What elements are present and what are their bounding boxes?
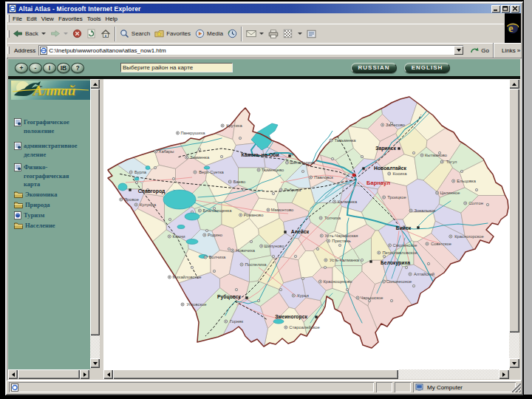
sidebar-link[interactable]: Население	[14, 222, 55, 231]
status-page-icon	[11, 383, 18, 392]
forward-dropdown-icon[interactable]	[64, 33, 68, 35]
go-button[interactable]: Go	[468, 46, 491, 55]
ie-document-icon	[9, 4, 16, 13]
back-dropdown-icon[interactable]	[41, 33, 46, 35]
discuss-button[interactable]	[304, 26, 318, 42]
sidebar-hscrollbar-thumb[interactable]	[18, 369, 80, 379]
folder-icon	[14, 222, 23, 229]
edit-button[interactable]	[281, 26, 295, 42]
map-scroll-down-button[interactable]	[509, 358, 519, 368]
russian-button[interactable]: RUSSIAN	[351, 63, 397, 73]
map-scrollbar-thumb[interactable]	[509, 89, 519, 332]
svg-text:Курья: Курья	[297, 293, 309, 298]
svg-text:Красногорское: Красногорское	[454, 234, 484, 239]
map-scroll-up-button[interactable]	[509, 79, 519, 89]
page-icon	[14, 142, 21, 150]
sidebar-scroll-left-button[interactable]	[8, 369, 18, 379]
addressbar-grip[interactable]	[7, 47, 10, 54]
svg-text:Волчиха: Волчиха	[209, 255, 226, 259]
info-button[interactable]: I	[43, 63, 56, 73]
svg-text:Ребриха: Ребриха	[284, 188, 301, 192]
maximize-button[interactable]	[501, 5, 510, 13]
history-button[interactable]	[225, 26, 239, 42]
sidebar-scrollbar-track[interactable]	[90, 335, 100, 358]
district-select-input[interactable]	[120, 63, 233, 72]
english-button[interactable]: ENGLISH	[404, 63, 450, 73]
ib-button[interactable]: IB	[57, 63, 70, 73]
zoom-in-button[interactable]: +	[15, 63, 28, 73]
mail-dropdown-icon[interactable]	[259, 33, 264, 35]
svg-text:Горняк: Горняк	[230, 319, 244, 324]
menu-help[interactable]: Help	[103, 15, 119, 23]
svg-text:Благовещенка: Благовещенка	[203, 208, 233, 213]
map-hscrollbar-thumb[interactable]	[113, 369, 398, 379]
sidebar-link[interactable]: Природа	[14, 201, 50, 210]
search-button[interactable]: Search	[117, 26, 152, 42]
map-scrollbar-track[interactable]	[509, 332, 519, 358]
edit-dropdown-button[interactable]	[295, 26, 304, 42]
help-button[interactable]: ?	[71, 63, 84, 73]
sidebar-scroll-down-button[interactable]	[90, 358, 100, 368]
chevron-right-icon: »	[517, 47, 519, 54]
status-pane-1	[376, 382, 392, 392]
svg-text:Пристань: Пристань	[332, 239, 351, 243]
title-bar[interactable]: Altai Atlas - Microsoft Internet Explore…	[7, 4, 521, 13]
svg-text:Угловское: Угловское	[186, 302, 206, 307]
print-button[interactable]	[266, 26, 281, 42]
menubar-grip[interactable]	[7, 15, 10, 22]
address-bar: Address C:\Inetpub\wwwroot\altanow\atlas…	[7, 43, 521, 57]
menu-favorites[interactable]: Favorites	[56, 15, 85, 23]
svg-text:Алтайский: Алтайский	[414, 272, 434, 276]
svg-text:Чарышское: Чарышское	[360, 296, 383, 300]
arrow-right-icon	[502, 372, 505, 377]
menu-bar: File Edit View Favorites Tools Help	[7, 13, 504, 24]
menu-tools[interactable]: Tools	[85, 15, 103, 23]
toolbar-grip[interactable]	[7, 30, 10, 38]
links-label: Links	[502, 47, 516, 54]
media-button[interactable]: Media	[193, 26, 225, 42]
svg-text:Знаменка: Знаменка	[190, 155, 210, 160]
resize-grip[interactable]	[512, 383, 521, 392]
svg-text:Залесово: Залесово	[386, 123, 405, 127]
links-button[interactable]: Links »	[502, 47, 519, 54]
menu-view[interactable]: View	[39, 15, 56, 23]
address-dropdown-button[interactable]	[454, 46, 463, 55]
svg-text:Тальменка: Тальменка	[334, 138, 356, 143]
sidebar-link[interactable]: административное деление	[14, 142, 83, 159]
home-button[interactable]	[98, 26, 113, 42]
sidebar-scroll-up-button[interactable]	[90, 79, 100, 89]
media-label: Media	[207, 30, 223, 37]
toolbar-separator	[115, 27, 116, 41]
map-hscrollbar-track[interactable]	[398, 369, 499, 379]
address-input[interactable]: C:\Inetpub\wwwroot\altanow\atlas_now1.ht…	[38, 45, 463, 55]
map-scroll-left-button[interactable]	[103, 369, 113, 379]
zoom-out-button[interactable]: -	[29, 63, 42, 73]
favorites-button[interactable]: Favorites	[152, 26, 193, 42]
mail-button[interactable]	[244, 26, 266, 42]
sidebar-scrollbar-thumb[interactable]	[90, 89, 100, 335]
stop-button[interactable]	[70, 26, 84, 42]
sidebar-link[interactable]: Экономика	[14, 191, 58, 200]
svg-text:Верх-Суетка: Верх-Суетка	[199, 170, 224, 174]
page-icon	[14, 163, 21, 171]
desktop-right-strip	[524, 0, 532, 395]
menu-file[interactable]: File	[10, 15, 24, 23]
sidebar-link[interactable]: Туризм	[14, 211, 44, 220]
svg-text:Рубцовск: Рубцовск	[217, 294, 242, 300]
refresh-button[interactable]	[84, 26, 98, 42]
folder-icon	[14, 191, 23, 198]
back-button[interactable]: Back	[10, 26, 48, 42]
svg-text:Родино: Родино	[208, 233, 222, 237]
arrow-down-icon	[93, 362, 98, 365]
sidebar-link[interactable]: Географическое положение	[14, 118, 83, 135]
forward-button[interactable]	[48, 26, 70, 42]
map-scroll-right-button[interactable]	[499, 369, 509, 379]
sidebar-scroll-right-button[interactable]	[80, 369, 89, 379]
minimize-button[interactable]	[491, 5, 500, 13]
menu-edit[interactable]: Edit	[24, 15, 39, 23]
altai-krai-map[interactable]: КрутихаПанкрушихаТальменкаЗалесовоКытман…	[103, 79, 509, 369]
sidebar-link[interactable]: Физико-географическая карта	[14, 163, 83, 189]
svg-text:Ключи: Ключи	[172, 234, 185, 239]
close-button[interactable]	[511, 5, 519, 13]
status-main-pane	[9, 382, 374, 392]
